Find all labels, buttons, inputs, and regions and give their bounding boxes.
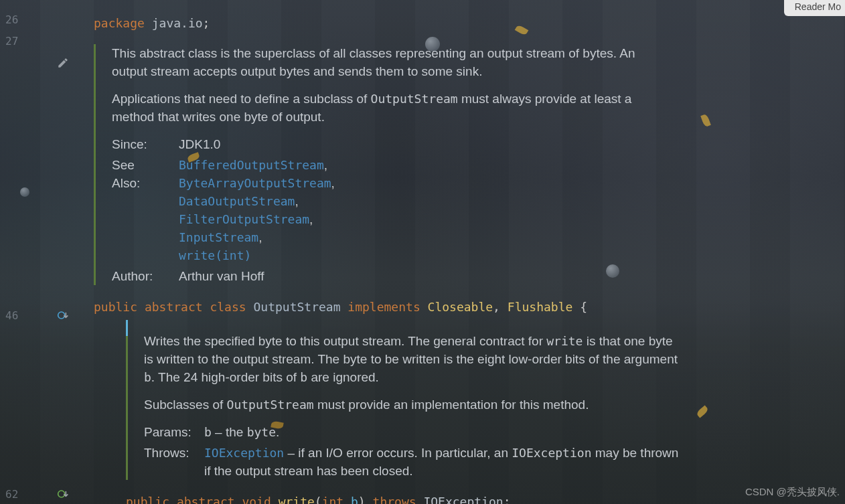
javadoc-paragraph: Subclasses of OutputStream must provide … <box>144 396 682 414</box>
line-number: 27 <box>5 35 18 48</box>
javadoc-link[interactable]: ByteArrayOutputStream <box>179 176 331 190</box>
javadoc-code: b <box>300 370 307 384</box>
param-type: int <box>322 495 344 504</box>
javadoc-since: Since: JDK1.0 <box>112 135 649 153</box>
package-name: java.io <box>152 16 203 30</box>
code-line[interactable]: public abstract void write(int b) throws… <box>126 492 832 504</box>
line-number: 62 <box>5 488 18 501</box>
interface-name: Flushable <box>508 300 573 314</box>
javadoc-link[interactable]: write(int) <box>179 248 251 262</box>
javadoc-link[interactable]: BufferedOutputStream <box>179 158 324 172</box>
interface-name: Closeable <box>428 300 493 314</box>
implement-gutter-icon[interactable] <box>57 487 70 501</box>
javadoc-paragraph: Applications that need to define a subcl… <box>112 90 649 126</box>
javadoc-link[interactable]: InputStream <box>179 230 258 244</box>
method-name: write <box>279 495 315 504</box>
keyword-abstract: abstract <box>145 300 203 314</box>
keyword-package: package <box>94 16 145 30</box>
javadoc-code: b <box>144 370 151 384</box>
javadoc-code: write <box>546 334 583 348</box>
exception-name: IOException <box>423 495 503 504</box>
javadoc-link[interactable]: FilterOutputStream <box>179 212 309 226</box>
javadoc-paragraph: This abstract class is the superclass of… <box>112 44 649 80</box>
javadoc-code: OutputStream <box>227 398 314 412</box>
line-number: 26 <box>5 13 18 26</box>
edit-icon[interactable] <box>57 57 69 69</box>
svg-point-0 <box>58 312 65 319</box>
class-name: OutputStream <box>253 300 340 314</box>
code-indent: Writes the specified byte to this output… <box>94 317 832 504</box>
override-gutter-icon[interactable] <box>57 309 70 322</box>
keyword-class: class <box>210 300 246 314</box>
keyword-public: public <box>94 300 137 314</box>
javadoc-params: Params: b – the byte. <box>144 423 682 441</box>
semicolon: ; <box>203 16 210 30</box>
javadoc-throws: Throws: IOException – if an I/O error oc… <box>144 444 682 480</box>
javadoc-block: This abstract class is the superclass of… <box>94 44 649 285</box>
brace: { <box>572 300 587 314</box>
editor-gutter: 26 27 46 62 <box>0 0 80 504</box>
code-line[interactable]: package java.io; <box>94 13 832 33</box>
keyword-abstract: abstract <box>177 495 235 504</box>
keyword-public: public <box>126 495 169 504</box>
keyword-throws: throws <box>373 495 416 504</box>
semicolon: ; <box>504 495 511 504</box>
javadoc-author: Author: Arthur van Hoff <box>112 267 649 285</box>
line-number: 46 <box>5 309 18 322</box>
javadoc-link[interactable]: DataOutputStream <box>179 194 295 208</box>
param-name: b <box>351 495 358 504</box>
keyword-void: void <box>242 495 271 504</box>
svg-point-1 <box>58 491 65 497</box>
code-editor[interactable]: package java.io; This abstract class is … <box>94 13 832 504</box>
javadoc-link[interactable]: IOException <box>204 446 284 460</box>
keyword-implements: implements <box>348 300 420 314</box>
watermark-text: CSDN @秃头披风侠. <box>745 486 840 499</box>
javadoc-code: OutputStream <box>371 92 458 106</box>
code-line[interactable]: public abstract class OutputStream imple… <box>94 297 832 317</box>
text-cursor <box>126 320 128 336</box>
javadoc-see-also: See Also: BufferedOutputStream, ByteArra… <box>112 156 649 264</box>
javadoc-block: Writes the specified byte to this output… <box>126 332 682 480</box>
javadoc-paragraph: Writes the specified byte to this output… <box>144 332 682 386</box>
